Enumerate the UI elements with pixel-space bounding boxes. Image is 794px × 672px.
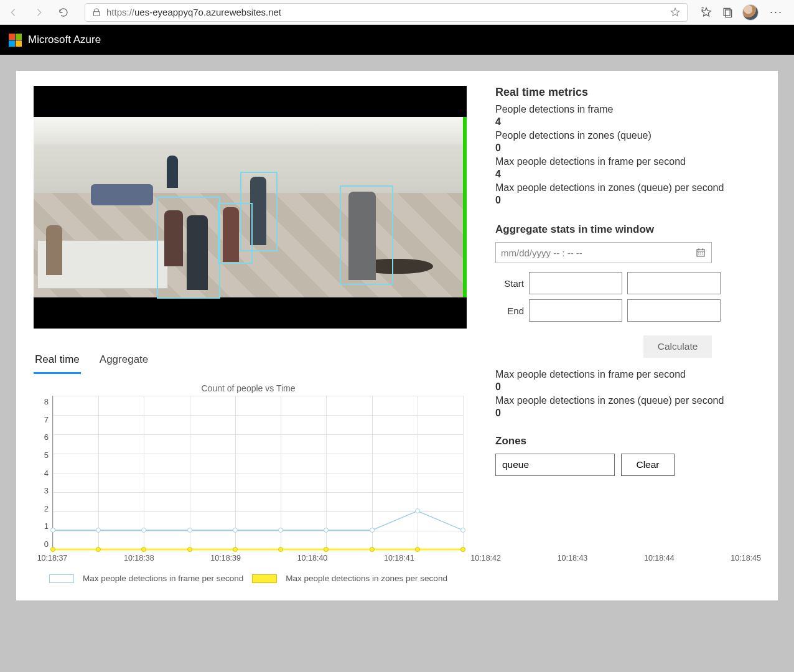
- chart-container: Count of people vs Time 876543210 10:18:…: [34, 383, 463, 583]
- start-time-input[interactable]: [627, 272, 721, 294]
- calculate-button[interactable]: Calculate: [643, 335, 712, 358]
- legend-swatch-zones: [252, 574, 277, 583]
- tab-realtime[interactable]: Real time: [34, 350, 81, 374]
- forward-button[interactable]: [30, 4, 47, 21]
- favorite-star-icon[interactable]: [670, 7, 681, 18]
- legend-swatch-frame: [49, 574, 74, 583]
- detection-box: [340, 185, 393, 285]
- legend-label-zones: Max people detections in zones per secon…: [286, 574, 447, 583]
- aggregate-heading: Aggregate stats in time window: [495, 223, 760, 236]
- agg-maxzones-value: 0: [495, 408, 760, 419]
- metric-maxzones-label: Max people detections in zones (queue) p…: [495, 182, 760, 194]
- agg-maxzones-label: Max people detections in zones (queue) p…: [495, 395, 760, 406]
- browser-right-icons: ···: [700, 4, 789, 21]
- profile-avatar[interactable]: [742, 4, 759, 21]
- metric-frame-label: People detections in frame: [495, 104, 760, 115]
- agg-maxframe-label: Max people detections in frame per secon…: [495, 369, 760, 380]
- chart-plot-area[interactable]: [52, 396, 463, 550]
- video-feed[interactable]: [34, 86, 467, 329]
- start-label: Start: [495, 278, 524, 289]
- collections-icon[interactable]: [721, 6, 734, 19]
- back-button[interactable]: [5, 4, 22, 21]
- datetime-placeholder: mm/dd/yyyy -- : -- --: [501, 248, 582, 258]
- metrics-heading: Real time metrics: [495, 86, 760, 99]
- metric-maxframe-label: Max people detections in frame per secon…: [495, 156, 760, 167]
- zones-heading: Zones: [495, 435, 760, 447]
- microsoft-logo-icon: [9, 34, 22, 47]
- detection-box: [240, 172, 278, 251]
- legend-label-frame: Max people detections in frame per secon…: [83, 574, 243, 583]
- tab-aggregate[interactable]: Aggregate: [98, 350, 149, 374]
- product-name: Microsoft Azure: [28, 34, 101, 46]
- end-time-input[interactable]: [627, 299, 721, 322]
- start-date-input[interactable]: [529, 272, 622, 294]
- url-text: https://ues-eyeappyq7o.azurewebsites.net: [106, 7, 281, 17]
- metric-zones-label: People detections in zones (queue): [495, 130, 760, 141]
- video-scene: [34, 117, 467, 297]
- azure-header: Microsoft Azure: [0, 25, 794, 55]
- chart-tabs: Real time Aggregate: [34, 350, 467, 375]
- more-menu-icon[interactable]: ···: [767, 6, 785, 19]
- zone-line: [463, 117, 467, 297]
- clear-button[interactable]: Clear: [621, 454, 675, 476]
- lock-icon: [91, 7, 101, 17]
- calendar-icon[interactable]: [695, 247, 706, 258]
- metric-maxzones-value: 0: [495, 195, 760, 206]
- favorites-list-icon[interactable]: [700, 6, 712, 19]
- metric-maxframe-value: 4: [495, 169, 760, 180]
- main-card: Real time Aggregate Count of people vs T…: [16, 71, 778, 600]
- chart-title: Count of people vs Time: [34, 383, 463, 393]
- refresh-button[interactable]: [55, 4, 72, 21]
- chart-y-axis: 876543210: [34, 396, 52, 550]
- address-bar[interactable]: https://ues-eyeappyq7o.azurewebsites.net: [85, 3, 688, 22]
- metric-frame-value: 4: [495, 116, 760, 128]
- agg-maxframe-value: 0: [495, 381, 760, 393]
- browser-toolbar: https://ues-eyeappyq7o.azurewebsites.net…: [0, 0, 794, 25]
- arrow-left-icon: [8, 7, 19, 18]
- datetime-picker[interactable]: mm/dd/yyyy -- : -- --: [495, 242, 712, 263]
- metric-zones-value: 0: [495, 142, 760, 154]
- zone-name-input[interactable]: [495, 454, 615, 476]
- detection-box: [157, 197, 220, 299]
- end-date-input[interactable]: [529, 299, 622, 322]
- end-label: End: [495, 306, 524, 316]
- refresh-icon: [58, 7, 69, 18]
- chart-x-axis: 10:18:3710:18:3810:18:3910:18:4010:18:41…: [52, 550, 463, 562]
- arrow-right-icon: [33, 7, 44, 18]
- chart-legend: Max people detections in frame per secon…: [34, 574, 463, 583]
